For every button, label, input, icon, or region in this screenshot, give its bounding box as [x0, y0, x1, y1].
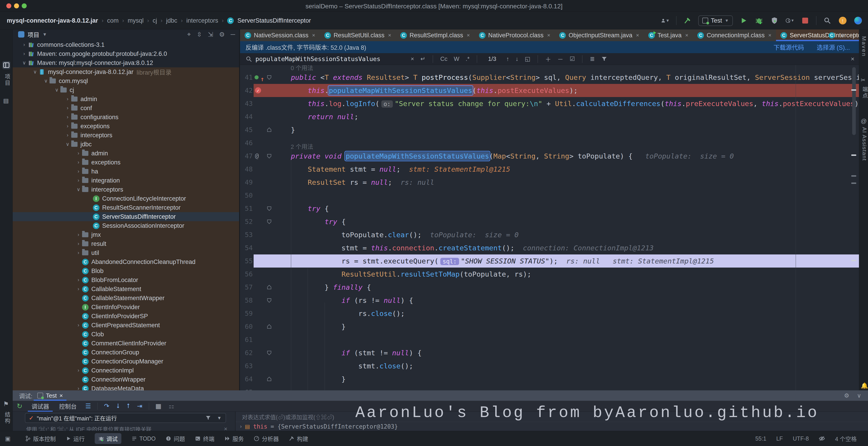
ai-assistant-icon[interactable]: @ [861, 118, 867, 125]
tab-console[interactable]: 控制台 [54, 401, 82, 412]
tree-row-interceptors[interactable]: ∨interceptors [13, 185, 240, 194]
tree-row-Maven: com.google.protobuf:protobuf-java:2.6.0[interactable]: ›Maven: com.google.protobuf:protobuf-jav… [13, 49, 240, 58]
breadcrumb-item[interactable]: mysql-connector-java-8.0.12.jar [7, 17, 98, 24]
code-line-58[interactable]: 58 if (rs != null) { [240, 294, 859, 307]
code-line-57[interactable]: 57 } finally { [240, 281, 859, 294]
indent-style[interactable]: 4 个空格 [835, 435, 857, 443]
status-item-TODO[interactable]: TODO [131, 435, 156, 442]
tree-row-ClientInfoProvider[interactable]: IClientInfoProvider [13, 303, 240, 311]
chevron-collapsed-icon[interactable]: › [75, 150, 82, 156]
previous-match-icon[interactable]: ↑ [503, 55, 513, 62]
breadcrumb-item[interactable]: ServerStatusDiffInterceptor [237, 17, 311, 24]
chevron-collapsed-icon[interactable]: › [75, 277, 82, 283]
chevron-collapsed-icon[interactable]: › [64, 123, 71, 129]
reader-mode-off-icon[interactable] [819, 435, 825, 442]
close-session-icon[interactable]: × [59, 392, 63, 399]
tree-row-ha[interactable]: ›ha [13, 167, 240, 176]
tab-NativeProtocol.class[interactable]: CNativeProtocol.class× [474, 29, 555, 41]
editor-scrollbar[interactable] [849, 65, 859, 390]
tab-options-icon[interactable]: ⋮ [851, 32, 857, 39]
endpoints-icon[interactable]: ✂ [861, 77, 865, 83]
step-out-icon[interactable]: ⭡ [123, 403, 133, 410]
chevron-collapsed-icon[interactable]: › [75, 159, 82, 165]
build-project-icon[interactable] [683, 16, 692, 25]
tab-NativeSession.class[interactable]: CNativeSession.class× [240, 29, 320, 41]
code-line-65[interactable]: 65 [240, 386, 859, 390]
code-line-51[interactable]: 51 try { [240, 202, 859, 215]
code-line-46[interactable]: 46 [240, 137, 859, 149]
chevron-expanded-icon[interactable]: ∨ [53, 87, 60, 93]
tab-ResultSetUtil.class[interactable]: CResultSetUtil.class× [320, 29, 396, 41]
fold-region-start-icon[interactable] [267, 219, 272, 224]
tab-ObjectInputStream.java[interactable]: CObjectInputStream.java× [555, 29, 644, 41]
search-options-icon[interactable]: ≣ [587, 55, 598, 62]
chevron-collapsed-icon[interactable]: › [64, 132, 71, 138]
close-tab-icon[interactable]: × [547, 32, 550, 38]
close-search-icon[interactable]: × [851, 55, 855, 63]
chevron-expanded-icon[interactable]: ∨ [75, 186, 82, 192]
select-occurrences-icon[interactable]: ☑ [566, 55, 578, 62]
project-tool-icon[interactable] [2, 61, 10, 69]
tree-row-Clob[interactable]: CClob [13, 330, 240, 339]
fold-region-end-icon[interactable] [267, 324, 272, 329]
user-account-icon[interactable]: ▼ [661, 16, 670, 25]
expand-chevron-icon[interactable]: › [240, 424, 242, 429]
annotation-marker-icon[interactable]: @ [255, 149, 259, 162]
code-line-55[interactable]: 55 rs = stmt.executeQuery(sql:"SHOW SESS… [240, 255, 859, 268]
tree-row-exceptions[interactable]: ›exceptions [13, 158, 240, 167]
status-item-服务[interactable]: 服务 [224, 435, 244, 443]
locate-file-icon[interactable]: ⌖ [187, 31, 191, 38]
search-input[interactable]: populateMapWithSessionStatusValues [255, 55, 380, 62]
tree-row-Maven: mysql:mysql-connector-java:8.0.12[interactable]: ∨Maven: mysql:mysql-connector-java:8.0.1… [13, 58, 240, 67]
step-into-icon[interactable]: ⭣ [113, 403, 123, 410]
stripe-match-mark[interactable] [851, 89, 856, 91]
gear-icon[interactable]: ⚙ [219, 31, 225, 38]
status-item-版本控制[interactable]: 版本控制 [25, 435, 56, 443]
tree-row-cj[interactable]: ∨cj [13, 86, 240, 94]
code-line-42[interactable]: 42✓ this.populateMapWithSessionStatusVal… [240, 84, 859, 97]
code-line-43[interactable]: 43 this.log.logInfo(o:"Server status cha… [240, 97, 859, 110]
notifications-bell-icon[interactable]: 🔔 [861, 382, 868, 389]
stripe-mark[interactable] [851, 182, 856, 184]
code-line-50[interactable]: 50 [240, 189, 859, 202]
code-line-52[interactable]: 52 try { [240, 215, 859, 228]
chevron-collapsed-icon[interactable]: › [21, 42, 28, 48]
debug-settings-gear-icon[interactable]: ⚙ [844, 392, 849, 399]
code-line-64[interactable]: 64 } [240, 373, 859, 386]
restore-layout-icon[interactable]: ⚏ [165, 403, 178, 410]
layout-settings-icon[interactable]: ☰ [82, 403, 94, 410]
chevron-collapsed-icon[interactable]: › [64, 114, 71, 120]
tab-debugger[interactable]: 调试器 [26, 401, 54, 412]
chevron-collapsed-icon[interactable]: › [21, 51, 28, 57]
status-item-调试[interactable]: 调试 [95, 433, 121, 444]
rerun-icon[interactable]: ↻ [13, 402, 26, 410]
run-button[interactable] [739, 16, 748, 25]
code-line-62[interactable]: 62 if (stmt != null) { [240, 346, 859, 359]
fold-region-start-icon[interactable] [267, 206, 272, 211]
status-item-分析器[interactable]: 分析器 [254, 435, 279, 443]
folder-icon[interactable]: ▤ [3, 97, 9, 104]
breadcrumb-item[interactable]: interceptors [186, 17, 218, 24]
next-match-icon[interactable]: ↓ [513, 55, 522, 62]
project-strip-label[interactable]: 项目 [3, 74, 11, 86]
breakpoint-icon[interactable]: ✓ [255, 87, 261, 93]
bookmark-flag-icon[interactable]: ⚑ [3, 400, 9, 408]
run-configuration-select[interactable]: Test▼ [698, 16, 733, 26]
match-case-toggle[interactable]: Cc [437, 55, 451, 62]
tree-row-result[interactable]: ›result [13, 239, 240, 248]
project-panel-header[interactable]: 项目 ▼ ⌖ ⇳ ⇲ ⚙ ─ [13, 29, 240, 39]
run-with-coverage-icon[interactable] [770, 16, 779, 25]
thread-filter-icon[interactable] [205, 415, 211, 421]
debug-session-tab[interactable]: Test × [32, 390, 68, 401]
search-icon[interactable] [242, 56, 255, 62]
run-to-cursor-icon[interactable]: ⇥ [133, 403, 146, 410]
tree-row-CallableStatementWrapper[interactable]: CCallableStatementWrapper [13, 294, 240, 303]
breadcrumb[interactable]: mysql-connector-java-8.0.12.jar›com›mysq… [7, 12, 311, 29]
tree-row-SessionAssociationInterceptor[interactable]: CSessionAssociationInterceptor [13, 221, 240, 230]
tree-row-Blob[interactable]: CBlob [13, 266, 240, 275]
implemented-marker-icon[interactable] [254, 75, 258, 79]
close-tab-icon[interactable]: × [768, 32, 772, 38]
collapse-all-icon[interactable]: ⇲ [208, 31, 213, 38]
chevron-collapsed-icon[interactable]: › [75, 178, 82, 183]
search-everywhere-icon[interactable] [823, 16, 832, 25]
